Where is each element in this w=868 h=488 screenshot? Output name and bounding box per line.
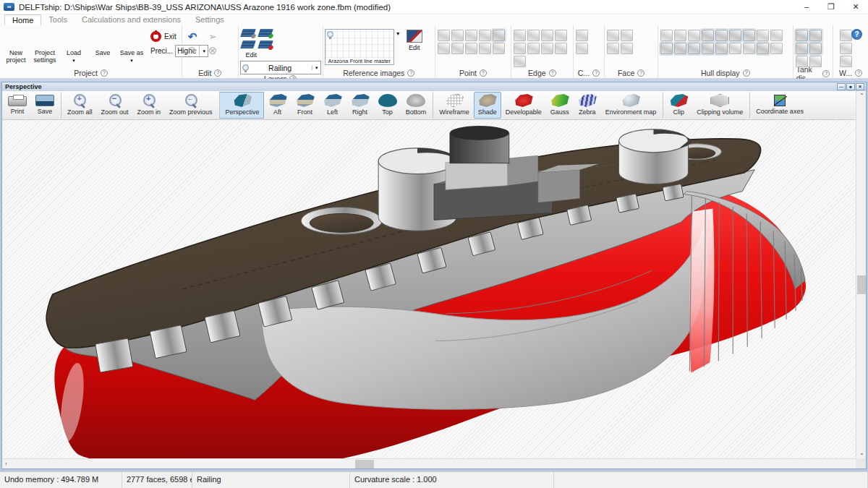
ribbon-button[interactable]: New project <box>1 27 30 64</box>
ribbon-tab[interactable]: Home <box>4 14 41 25</box>
viewport-toolbar-button[interactable]: Zoom out <box>97 92 133 119</box>
fair-curve-icon[interactable] <box>576 43 588 54</box>
silhouette-icon[interactable] <box>729 43 741 54</box>
split-edge-icon[interactable] <box>541 30 553 41</box>
ribbon-tab[interactable]: Settings <box>188 14 231 25</box>
grid-view-icon[interactable] <box>715 43 728 54</box>
group-help-icon[interactable]: ? <box>592 69 600 77</box>
viewport-toolbar-button[interactable]: Bottom <box>401 92 431 119</box>
stations-icon[interactable] <box>674 43 686 54</box>
ribbon-button[interactable]: Save <box>88 27 117 64</box>
minimize-button[interactable]: – <box>794 0 819 14</box>
select-mode-icon[interactable]: ➢ <box>209 31 217 43</box>
viewport-toolbar-button[interactable]: Environment map <box>601 92 661 119</box>
cascade-windows-icon[interactable] <box>840 56 852 67</box>
ribbon-tab[interactable]: Tools <box>41 14 75 25</box>
check-model-icon[interactable] <box>674 30 686 41</box>
sounding-pipes-icon[interactable] <box>796 56 808 67</box>
active-layer-select[interactable]: Railing ▼ <box>240 61 321 74</box>
unlock-points-icon[interactable] <box>465 43 477 54</box>
viewport-toolbar-button[interactable]: Wireframe <box>433 92 474 119</box>
model-3d-canvas[interactable] <box>2 120 856 458</box>
viewport-toolbar-button[interactable]: Zebra <box>574 92 601 119</box>
insert-point-icon[interactable] <box>479 30 491 41</box>
group-help-icon[interactable]: ? <box>549 69 556 77</box>
new-window-icon[interactable] <box>840 30 852 41</box>
viewport-toolbar-button[interactable]: Zoom all <box>61 92 97 119</box>
horizontal-scroll-thumb[interactable] <box>355 460 374 468</box>
maximize-button[interactable]: ❐ <box>819 0 843 14</box>
viewport-toolbar-button[interactable]: Zoom in <box>133 92 166 119</box>
point-mass-icon[interactable] <box>493 43 505 54</box>
group-help-icon[interactable]: ? <box>743 69 750 77</box>
viewport-toolbar-button[interactable]: Coordinate axes <box>749 92 808 119</box>
buttocks-icon[interactable] <box>688 43 700 54</box>
viewport-toolbar-button[interactable]: Right <box>346 92 374 119</box>
scroll-up-icon[interactable]: ⌃ <box>859 91 864 101</box>
vertical-scroll-thumb[interactable] <box>857 275 866 294</box>
join-edges-icon[interactable] <box>555 43 567 54</box>
edge-base-icon[interactable] <box>541 43 553 54</box>
collapse-point-icon[interactable] <box>438 30 450 41</box>
show-normals-icon[interactable] <box>715 30 728 41</box>
viewport-toolbar-button[interactable]: Clipping volume <box>692 92 747 119</box>
viewport-toolbar-button[interactable]: Aft <box>264 92 292 119</box>
group-help-icon[interactable]: ? <box>480 69 487 77</box>
layers-edit-label[interactable]: Edit <box>246 51 258 59</box>
close-button[interactable]: ✕ <box>843 0 868 14</box>
tanks-view-icon[interactable] <box>796 30 808 41</box>
group-help-icon[interactable]: ? <box>407 69 414 77</box>
group-help-icon[interactable]: ? <box>214 69 221 77</box>
invert-face-icon[interactable] <box>621 30 633 41</box>
viewport-close-button[interactable]: ✕ <box>856 83 864 90</box>
submerged-hull-icon[interactable] <box>770 43 783 54</box>
crease-edge-icon[interactable] <box>527 43 540 54</box>
lock-points-icon[interactable] <box>451 43 464 54</box>
extrude-edge-icon[interactable] <box>514 30 526 41</box>
reference-image-thumbnail[interactable]: Arazona Front line master <box>325 29 394 65</box>
layers-icon[interactable] <box>258 40 273 48</box>
point-mode-icon[interactable] <box>493 30 505 41</box>
curvature-plot-icon[interactable] <box>729 30 741 41</box>
insert-edge-icon[interactable] <box>514 43 526 54</box>
tank-select-icon[interactable] <box>809 43 822 54</box>
group-help-icon[interactable]: ? <box>637 69 644 77</box>
viewport-toolbar-button[interactable]: Save <box>31 92 59 119</box>
shade-solid-icon[interactable] <box>757 43 769 54</box>
ribbon-tab[interactable]: Calculations and extensions <box>75 14 188 25</box>
markers-icon[interactable] <box>770 30 783 41</box>
tank-table-icon[interactable] <box>809 56 822 67</box>
edge-normals-icon[interactable] <box>527 30 540 41</box>
group-help-icon[interactable]: ? <box>101 69 108 77</box>
layers-icon[interactable] <box>240 40 256 48</box>
chevron-down-icon[interactable]: ▼ <box>396 31 401 36</box>
waterlines-icon[interactable] <box>702 43 714 54</box>
ribbon-button[interactable]: Save as ▼ <box>117 27 146 64</box>
control-net-icon[interactable] <box>660 30 673 41</box>
viewport-toolbar-button[interactable]: Clip <box>663 92 692 119</box>
redo-icon[interactable]: ↷ <box>188 45 197 56</box>
viewport-toolbar-button[interactable]: Perspective <box>219 92 264 119</box>
gauss-view-icon[interactable] <box>688 30 700 41</box>
delete-icon[interactable]: ⊗ <box>208 45 218 56</box>
point-group-icon[interactable] <box>479 43 491 54</box>
reference-edit-button[interactable]: Edit <box>402 27 427 51</box>
align-points-icon[interactable] <box>465 30 477 41</box>
layers-icon[interactable] <box>240 29 256 37</box>
ribbon-button[interactable]: Project settings <box>30 27 59 64</box>
curve-from-edge-icon[interactable] <box>514 56 526 67</box>
developable-faces-icon[interactable] <box>743 30 755 41</box>
group-help-icon[interactable]: ? <box>822 70 830 77</box>
viewport-maximize-button[interactable]: ■ <box>846 83 855 90</box>
viewport-minimize-button[interactable]: — <box>837 83 846 90</box>
horizontal-scrollbar[interactable]: ‹ <box>2 458 856 468</box>
viewport-toolbar-button[interactable]: Developable <box>501 92 546 119</box>
viewport-toolbar-button[interactable]: Gauss <box>546 92 574 119</box>
layers-icon[interactable] <box>258 29 273 37</box>
scroll-down-icon[interactable]: ⌄ <box>859 448 864 458</box>
collapse-edge-icon[interactable] <box>555 30 567 41</box>
project-point-icon[interactable] <box>438 43 450 54</box>
tile-windows-icon[interactable] <box>840 43 852 54</box>
help-icon[interactable]: ? <box>851 29 862 40</box>
ribbon-button[interactable]: Load ▼ <box>59 27 88 64</box>
